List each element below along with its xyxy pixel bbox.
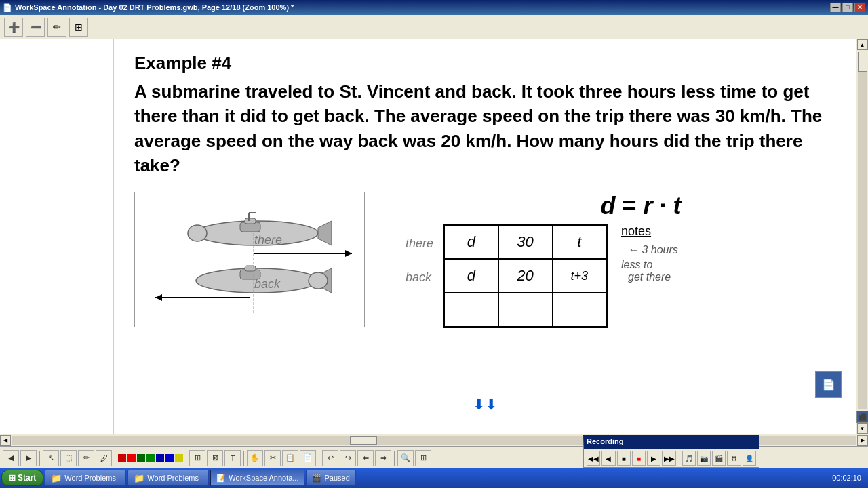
row-label-there: there [406, 227, 437, 261]
bt-highlight[interactable]: 🖊 [96, 450, 112, 466]
recording-content: ◀◀ ◀ ■ ■ ▶ ▶▶ 🎵 📷 🎬 ⚙ 👤 [584, 449, 759, 468]
scroll-thumb[interactable] [858, 52, 867, 72]
page-content: Example #4 A submarine traveled to St. V… [114, 39, 856, 434]
rec-rewind[interactable]: ◀◀ [587, 451, 600, 466]
ws-icon: 📝 [216, 474, 226, 483]
t-var: t [673, 192, 682, 220]
paused-icon: 🎬 [312, 474, 321, 483]
bt-tool2[interactable]: ⊠ [207, 450, 223, 466]
cell-r-there: 30 [498, 225, 553, 259]
taskbar-label-1: Word Problems [64, 474, 116, 482]
bt-next[interactable]: ▶ [20, 450, 37, 466]
toolbar-edit-button[interactable]: ✏ [47, 18, 66, 37]
svg-rect-2 [245, 218, 256, 224]
rec-sep [679, 451, 679, 466]
drt-table: d 30 t d 20 t+3 [443, 224, 608, 328]
toolbar-minus-button[interactable]: ➖ [26, 18, 45, 37]
title-bar: 📄 WorkSpace Annotation - Day 02 DRT Prob… [0, 0, 868, 15]
table-row: d 20 t+3 [444, 259, 607, 293]
app-icon: 📄 [3, 3, 12, 12]
rec-back[interactable]: ◀ [601, 451, 615, 466]
table-with-labels: there back d 30 t d 20 [406, 224, 835, 329]
rec-btn2[interactable]: 📷 [697, 451, 711, 466]
bt-paste[interactable]: 📄 [300, 450, 316, 466]
start-icon: ⊞ [9, 473, 16, 483]
close-button[interactable]: ✕ [854, 3, 865, 12]
separator-3 [186, 451, 186, 466]
folder-icon-1: 📁 [51, 473, 62, 483]
cell-d-empty [444, 293, 498, 327]
bt-scissors[interactable]: ✂ [264, 450, 281, 466]
page-nav-icon[interactable]: ⬛ [856, 411, 869, 423]
color-yellow[interactable] [175, 454, 183, 462]
scroll-up-arrow[interactable]: ▲ [857, 39, 868, 50]
color-red2[interactable] [127, 454, 136, 462]
label-there: there [254, 233, 282, 247]
bt-redo[interactable]: ↪ [340, 450, 356, 466]
taskbar-item-wordproblems2[interactable]: 📁 Word Problems [127, 470, 209, 486]
color-red[interactable] [118, 454, 126, 462]
taskbar-item-wordproblems1[interactable]: 📁 Word Problems [45, 470, 126, 486]
label-back: back [254, 277, 280, 291]
minimize-button[interactable]: — [830, 3, 841, 12]
rec-btn1[interactable]: 🎵 [682, 451, 696, 466]
bt-grid2[interactable]: ⊞ [415, 450, 431, 466]
h-scroll-left[interactable]: ◀ [0, 435, 11, 446]
drt-header: d = r · t [446, 192, 835, 220]
bt-hand[interactable]: ✋ [247, 450, 263, 466]
rec-btn3[interactable]: 🎬 [712, 451, 726, 466]
rec-stop[interactable]: ■ [617, 451, 631, 466]
separator-6 [394, 451, 395, 466]
bt-zoom[interactable]: 🔍 [397, 450, 414, 466]
notes-title: notes [621, 224, 678, 239]
cell-t-there: t [553, 225, 607, 259]
svg-marker-15 [155, 294, 162, 301]
bt-cursor[interactable]: ↖ [43, 450, 59, 466]
toolbar-add-button[interactable]: ➕ [4, 18, 23, 37]
h-scroll-right[interactable]: ▶ [857, 435, 868, 446]
scroll-track [858, 52, 867, 409]
toolbar: ➕ ➖ ✏ ⊞ [0, 15, 868, 39]
page-icon[interactable]: 📄 [815, 371, 842, 398]
color-blue2[interactable] [165, 454, 174, 462]
bt-select[interactable]: ⬚ [60, 450, 77, 466]
note-line-2: less to [621, 259, 678, 271]
color-green[interactable] [137, 454, 145, 462]
bt-tool1[interactable]: ⊞ [189, 450, 205, 466]
note-line-3: get there [628, 271, 678, 283]
rec-btn5[interactable]: 👤 [743, 451, 756, 466]
toolbar-grid-button[interactable]: ⊞ [69, 18, 88, 37]
start-label: Start [18, 473, 36, 483]
bt-tool3[interactable]: T [224, 450, 241, 466]
taskbar-item-workspace[interactable]: 📝 WorkSpace Annota... [210, 470, 304, 486]
scroll-center[interactable]: ⬇⬇ [473, 396, 497, 413]
svg-rect-11 [245, 266, 256, 271]
dot-operator: · [660, 192, 673, 220]
taskbar-item-paused[interactable]: 🎬 Paused [306, 470, 355, 486]
bt-undo[interactable]: ↩ [322, 450, 338, 466]
rec-btn4[interactable]: ⚙ [727, 451, 741, 466]
start-button[interactable]: ⊞ Start [1, 470, 43, 486]
d-var: d [600, 192, 615, 220]
row-label-back: back [406, 261, 437, 295]
rec-play[interactable]: ▶ [647, 451, 660, 466]
diagram-area: there back d = r · t [134, 192, 835, 329]
rec-ff[interactable]: ▶▶ [662, 451, 675, 466]
submarine-diagram: there back [134, 192, 365, 327]
rec-record[interactable]: ■ [632, 451, 646, 466]
bt-pencil[interactable]: ✏ [78, 450, 94, 466]
scroll-down-arrow[interactable]: ▼ [857, 423, 868, 434]
separator-2 [115, 451, 115, 466]
bt-prev[interactable]: ◀ [3, 450, 19, 466]
r-var: r [644, 192, 653, 220]
recording-panel: Recording ◀◀ ◀ ■ ■ ▶ ▶▶ 🎵 📷 🎬 ⚙ 👤 [583, 435, 760, 468]
h-scroll-thumb[interactable] [350, 436, 377, 445]
equals-sign: = [622, 192, 643, 220]
bt-left2[interactable]: ⬅ [357, 450, 374, 466]
notes-area: notes ← 3 hours less to get there [621, 224, 678, 283]
bt-copy[interactable]: 📋 [282, 450, 298, 466]
color-green2[interactable] [146, 454, 155, 462]
color-blue[interactable] [156, 454, 164, 462]
bt-right2[interactable]: ➡ [375, 450, 391, 466]
maximize-button[interactable]: □ [842, 3, 853, 12]
